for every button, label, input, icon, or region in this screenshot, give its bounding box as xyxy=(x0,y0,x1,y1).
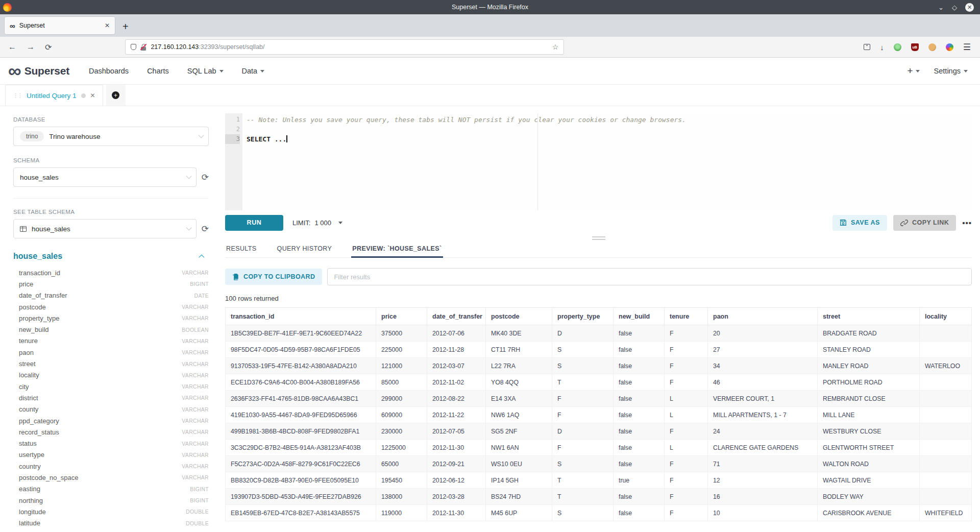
table-cell: WS10 0EU xyxy=(486,456,552,472)
window-minimize-icon[interactable]: ⌄ xyxy=(938,4,944,11)
unsaved-dot-icon xyxy=(81,93,86,98)
forward-icon[interactable]: → xyxy=(27,42,35,52)
table-cell: false xyxy=(614,391,665,407)
drag-handle-icon[interactable]: ⋮⋮ xyxy=(13,92,22,99)
column-header-property_type[interactable]: property_type xyxy=(552,308,614,325)
table-cell: 2012-11-30 xyxy=(427,505,486,521)
database-select[interactable]: trino Trino warehouse xyxy=(13,127,209,146)
cookie-extension-icon[interactable] xyxy=(928,43,936,51)
column-type: VARCHAR xyxy=(182,418,209,424)
refresh-schema-icon[interactable]: ⟳ xyxy=(202,173,209,182)
code-line: SELECT ... xyxy=(247,134,972,144)
table-cell: E14 3XA xyxy=(486,391,552,407)
tab-close-icon[interactable]: ✕ xyxy=(105,22,110,29)
table-cell: F xyxy=(665,358,708,374)
browser-titlebar: Superset — Mozilla Firefox ⌄ ◇ ✕ xyxy=(0,0,980,14)
table-column-row: longitudeDOUBLE xyxy=(13,506,209,517)
pane-splitter[interactable] xyxy=(225,235,972,241)
nav-item-dashboards[interactable]: Dashboards xyxy=(89,67,129,75)
table-cell: 20 xyxy=(708,325,818,342)
sql-editor[interactable]: 123 -- Note: Unless you save your query,… xyxy=(225,113,972,210)
extension-green-icon[interactable] xyxy=(894,43,901,51)
plus-circle-icon: + xyxy=(112,91,119,99)
column-header-new_build[interactable]: new_build xyxy=(614,308,665,325)
limit-dropdown[interactable]: LIMIT: 1 000 xyxy=(292,219,342,227)
superset-logo-icon: ∞ xyxy=(8,64,20,79)
table-select[interactable]: house_sales xyxy=(13,219,197,238)
column-header-postcode[interactable]: postcode xyxy=(486,308,552,325)
column-header-paon[interactable]: paon xyxy=(708,308,818,325)
results-table-container[interactable]: transaction_idpricedate_of_transferpostc… xyxy=(225,307,972,532)
browser-tab[interactable]: ∞ Superset ✕ xyxy=(4,16,115,35)
column-header-street[interactable]: street xyxy=(818,308,920,325)
settings-menu[interactable]: Settings xyxy=(934,67,968,75)
refresh-table-icon[interactable]: ⟳ xyxy=(202,225,209,233)
sqllab-sidebar: DATABASE trino Trino warehouse SCHEMA ho… xyxy=(0,106,217,532)
table-cell: F xyxy=(665,423,708,440)
save-as-button[interactable]: SAVE AS xyxy=(832,215,887,231)
query-tab-close-icon[interactable]: ✕ xyxy=(90,92,95,99)
reload-icon[interactable]: ⟳ xyxy=(45,42,52,52)
table-cell: 71 xyxy=(708,456,818,472)
column-name: postcode_no_space xyxy=(19,474,78,481)
table-name-heading[interactable]: house_sales xyxy=(13,252,62,261)
downloads-icon[interactable]: ↓ xyxy=(880,43,884,51)
column-header-locality[interactable]: locality xyxy=(920,308,972,325)
column-header-tenure[interactable]: tenure xyxy=(665,308,708,325)
tab-query-history[interactable]: QUERY HISTORY xyxy=(276,241,333,257)
column-type: VARCHAR xyxy=(182,406,209,413)
insecure-lock-icon[interactable] xyxy=(140,44,146,51)
collapse-chevron-icon[interactable] xyxy=(199,254,204,260)
column-header-price[interactable]: price xyxy=(376,308,427,325)
nav-item-label: Data xyxy=(242,67,258,75)
query-tab-active[interactable]: ⋮⋮ Untitled Query 1 ✕ xyxy=(5,85,103,106)
tab-results[interactable]: RESULTS xyxy=(225,241,258,257)
table-cell xyxy=(920,456,972,472)
column-name: easting xyxy=(19,485,40,493)
nav-item-data[interactable]: Data xyxy=(242,67,265,75)
tab-preview[interactable]: PREVIEW: `HOUSE_SALES` xyxy=(351,241,443,257)
table-cell: true xyxy=(614,472,665,489)
bookmark-star-icon[interactable]: ☆ xyxy=(552,43,559,51)
table-cell: F xyxy=(665,342,708,358)
table-cell: 1B5C39ED-BE7F-41EF-9E71-9C60EED74A22 xyxy=(226,325,376,342)
nav-item-sql-lab[interactable]: SQL Lab xyxy=(187,67,224,75)
more-options-button[interactable]: ••• xyxy=(962,219,972,227)
table-cell: WAGTAIL DRIVE xyxy=(818,472,920,489)
table-cell: MILL LANE xyxy=(818,407,920,423)
tracking-shield-icon[interactable] xyxy=(131,44,136,50)
copy-to-clipboard-button[interactable]: COPY TO CLIPBOARD xyxy=(225,269,322,285)
ublock-extension-icon[interactable] xyxy=(911,43,919,51)
url-text[interactable]: 217.160.120.143:32393/superset/sqllab/ xyxy=(151,43,548,51)
copy-link-button[interactable]: COPY LINK xyxy=(893,215,956,231)
new-tab-button[interactable]: + xyxy=(122,21,129,33)
superset-logo[interactable]: ∞ Superset xyxy=(8,64,69,79)
table-cell: 499B1981-3B6B-4BCD-808F-9FED9802BFA1 xyxy=(226,423,376,440)
table-cell: F xyxy=(552,407,614,423)
code-line xyxy=(247,125,972,134)
editor-code[interactable]: -- Note: Unless you save your query, the… xyxy=(242,113,972,210)
window-close-icon[interactable]: ✕ xyxy=(965,3,974,12)
add-query-tab-button[interactable]: + xyxy=(106,85,126,106)
back-icon[interactable]: ← xyxy=(8,42,16,52)
chevron-down-icon xyxy=(260,70,264,72)
column-header-date_of_transfer[interactable]: date_of_transfer xyxy=(427,308,486,325)
url-bar[interactable]: 217.160.120.143:32393/superset/sqllab/ ☆ xyxy=(125,39,564,55)
run-button[interactable]: RUN xyxy=(225,215,283,231)
colorful-extension-icon[interactable] xyxy=(946,43,953,51)
table-cell: D xyxy=(552,325,614,342)
menu-hamburger-icon[interactable]: ☰ xyxy=(963,42,971,53)
filter-results-input[interactable] xyxy=(327,268,972,285)
column-header-transaction_id[interactable]: transaction_id xyxy=(226,308,376,325)
pocket-icon[interactable] xyxy=(864,44,870,50)
table-cell: PORTHOLME ROAD xyxy=(818,374,920,391)
schema-select[interactable]: house_sales xyxy=(13,167,197,187)
table-column-row: ppd_categoryVARCHAR xyxy=(13,415,209,426)
window-maximize-icon[interactable]: ◇ xyxy=(952,4,957,11)
new-item-menu[interactable]: + xyxy=(907,65,919,77)
link-icon xyxy=(900,219,908,227)
query-tab-label: Untitled Query 1 xyxy=(27,92,77,100)
table-cell: NW1 6AN xyxy=(486,440,552,456)
table-cell xyxy=(920,440,972,456)
nav-item-charts[interactable]: Charts xyxy=(147,67,169,75)
